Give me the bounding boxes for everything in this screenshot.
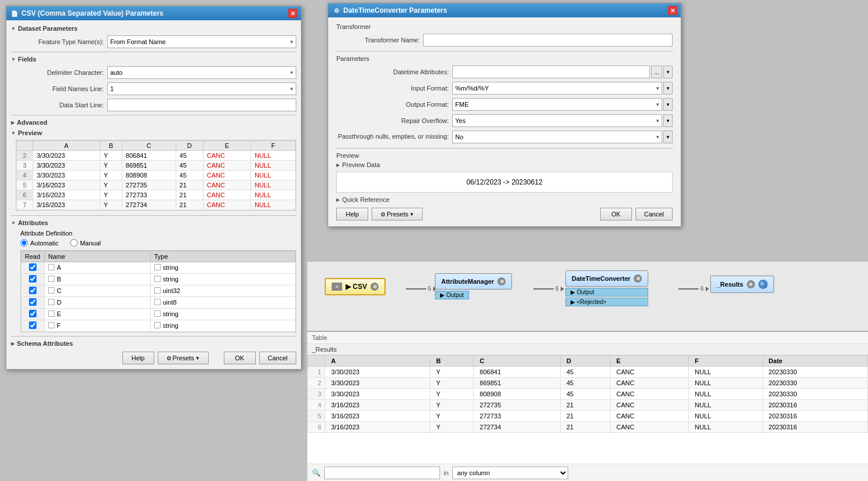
csv-help-button[interactable]: Help [122, 352, 154, 364]
csv-close-button[interactable]: ✕ [288, 9, 297, 18]
results-data-table: A B C D E F Date 13/30/2023Y80684145CANC… [307, 355, 868, 433]
attr-cell-name: A [45, 262, 151, 274]
fields-section-content: Delimiter Character: auto Field Names Li… [11, 66, 296, 111]
attr-col-name: Name [45, 251, 151, 262]
datetime-attr-input[interactable]: Date [452, 66, 650, 78]
attr-cell-read[interactable] [21, 285, 45, 297]
csv-dialog-content: ▼ Dataset Parameters Feature Type Name(s… [6, 20, 301, 369]
csv-presets-label: Presets [173, 355, 194, 361]
csv-presets-button[interactable]: ⚙ Presets ▼ [158, 352, 209, 364]
data-start-line-row: Data Start Line: 2 [20, 99, 296, 111]
field-names-line-select-wrapper: 1 [107, 82, 296, 95]
dtc-close-button[interactable]: ✕ [668, 6, 677, 15]
attr-cell-read[interactable] [21, 320, 45, 332]
passthrough-select[interactable]: No [452, 131, 662, 143]
results-cell: 20230316 [762, 400, 867, 411]
input-format-select[interactable]: %m/%d/%Y [452, 82, 662, 95]
delimiter-select[interactable]: auto [107, 66, 296, 79]
transformer-name-input[interactable]: DateTimeConverter [423, 34, 673, 46]
csv-cancel-button[interactable]: Cancel [259, 352, 296, 364]
dtc-ok-button[interactable]: OK [600, 208, 632, 220]
output-format-select[interactable]: FME [452, 98, 662, 111]
search-row: 🔍 in any column [307, 464, 868, 481]
fields-section-header[interactable]: ▼ Fields [11, 56, 296, 63]
attr-read-checkbox[interactable] [29, 298, 37, 306]
input-format-arrow-button[interactable]: ▼ [663, 82, 673, 95]
radio-manual[interactable] [70, 239, 78, 247]
dtc-presets-label: Presets [387, 211, 408, 218]
passthrough-arrow-button[interactable]: ▼ [663, 131, 673, 143]
data-start-line-input[interactable]: 2 [107, 99, 296, 111]
csv-gear-icon[interactable]: ⚙ [371, 283, 379, 291]
attr-cell-read[interactable] [21, 274, 45, 285]
preview-cell: CANC [203, 171, 250, 180]
field-names-line-label: Field Names Line: [20, 85, 107, 92]
results-gear-icon[interactable]: ⚙ [747, 280, 755, 288]
preview-data-collapsed[interactable]: ▶ Preview Data [336, 161, 673, 168]
presets-icon: ⚙ [166, 355, 172, 361]
csv-node-box[interactable]: ≡ ▶ CSV ⚙ [325, 278, 386, 295]
radio-automatic[interactable] [20, 239, 28, 247]
attr-manager-gear-icon[interactable]: ⚙ [497, 277, 506, 285]
radio-manual-label[interactable]: Manual [70, 239, 101, 247]
divider-2 [11, 115, 296, 115]
results-cell: 3/16/2023 [325, 411, 430, 422]
divider-4 [11, 336, 296, 337]
passthrough-row: Passthrough nulls, empties, or missing: … [336, 131, 673, 143]
attr-manager-node-box[interactable]: AttributeManager ⚙ [435, 273, 512, 290]
dataset-section-label: Dataset Parameters [18, 25, 78, 32]
search-column-select[interactable]: any column [452, 466, 568, 479]
attr-read-checkbox[interactable] [29, 263, 37, 271]
repair-overflow-select-wrapper: Yes [452, 114, 662, 127]
repair-overflow-select[interactable]: Yes [452, 114, 662, 127]
results-col-b: B [430, 356, 474, 367]
attr-manager-output-port[interactable]: ▶ Output [435, 291, 469, 299]
repair-overflow-arrow-button[interactable]: ▼ [663, 114, 673, 127]
attr-cell-read[interactable] [21, 297, 45, 309]
preview-cell: 21 [176, 190, 203, 200]
attributes-section-header[interactable]: ▼ Attributes [11, 219, 296, 226]
repair-overflow-row: Repair Overflow: Yes ▼ [336, 114, 673, 127]
csv-ok-button[interactable]: OK [224, 352, 256, 364]
datetime-attr-browse-button[interactable]: ... [651, 66, 662, 78]
feature-type-select[interactable]: From Format Name [107, 35, 296, 48]
attr-cell-read[interactable] [21, 309, 45, 320]
radio-automatic-label[interactable]: Automatic [20, 239, 59, 247]
edge-line-2 [533, 288, 554, 290]
quick-ref-section[interactable]: ▶ Quick Reference [336, 196, 673, 203]
dtc-node-box[interactable]: DateTimeConverter ⚙ [565, 270, 648, 287]
preview-table-row: 23/30/2023Y80684145CANCNULL [17, 151, 296, 161]
output-format-arrow-button[interactable]: ▼ [663, 98, 673, 111]
attr-table-row: Cuint32 [21, 285, 296, 297]
preview-cell: Y [100, 161, 122, 171]
dtc-presets-button[interactable]: ⚙ Presets ▼ [372, 208, 423, 220]
dtc-help-button[interactable]: Help [336, 208, 368, 220]
attr-read-checkbox[interactable] [29, 310, 37, 317]
attr-cell-read[interactable] [21, 262, 45, 274]
dtc-dialog-icon: ⚙ [332, 6, 341, 15]
search-in-label: in [444, 469, 449, 476]
attr-read-checkbox[interactable] [29, 287, 37, 294]
output-format-input-group: FME ▼ [452, 98, 673, 111]
preview-cell-rownum: 5 [17, 180, 33, 190]
dtc-gear-icon[interactable]: ⚙ [634, 274, 642, 283]
results-cell: 3/16/2023 [325, 400, 430, 411]
results-cell: NULL [689, 422, 762, 433]
attr-read-checkbox[interactable] [29, 321, 37, 329]
search-input[interactable] [324, 466, 440, 479]
advanced-section-header[interactable]: ▶ Advanced [11, 119, 296, 126]
preview-cell: Y [100, 180, 122, 190]
results-node-box[interactable]: _Results ⚙ 🔍 [710, 276, 774, 293]
datetime-attr-arrow-button[interactable]: ▼ [663, 66, 673, 78]
dataset-section-header[interactable]: ▼ Dataset Parameters [11, 25, 296, 32]
dtc-output-port[interactable]: ▶ Output [565, 288, 648, 296]
preview-cell: 21 [176, 180, 203, 190]
attr-read-checkbox[interactable] [29, 275, 37, 283]
dtc-rejected-port[interactable]: ▶ <Rejected> [565, 298, 648, 306]
preview-section-header[interactable]: ▼ Preview [11, 129, 296, 136]
field-names-line-select[interactable]: 1 [107, 82, 296, 95]
results-table-area: Table _Results A B C D E F Date 13/30/20… [307, 331, 868, 481]
results-inspect-icon[interactable]: 🔍 [758, 280, 768, 289]
dtc-cancel-button[interactable]: Cancel [635, 208, 673, 220]
schema-section-header[interactable]: ▶ Schema Attributes [11, 340, 296, 347]
